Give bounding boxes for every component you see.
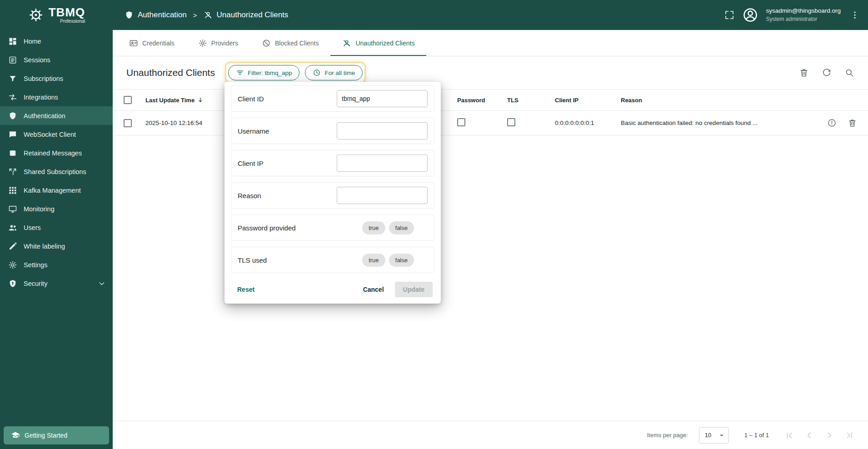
cell-client-ip: 0:0:0:0:0:0:0:1 [555,120,621,126]
search-icon[interactable] [844,68,854,78]
first-page-icon [784,430,794,440]
funnel-icon [8,74,17,83]
clock-icon [313,69,321,77]
select-all-checkbox[interactable] [124,96,132,104]
tab-providers[interactable]: Providers [186,30,250,56]
filter-button[interactable]: Filter: tbmq_app [228,65,300,80]
shield-icon [8,111,17,120]
previous-page-icon [804,430,814,440]
kebab-menu-icon[interactable] [850,10,860,20]
sidebar-item-kafka-management[interactable]: Kafka Management [0,181,113,200]
monitor-icon [8,205,17,214]
integrations-icon [8,93,17,102]
sidebar-item-shared-subscriptions[interactable]: Shared Subscriptions [0,162,113,181]
client-ip-input[interactable] [337,155,428,172]
sidebar-item-subscriptions[interactable]: Subscriptions [0,69,113,88]
sidebar-item-label: WebSocket Client [24,131,76,138]
field-label: Reason [238,192,261,200]
sidebar-item-authentication[interactable]: Authentication [0,106,113,125]
security-icon [8,279,17,288]
sidebar-item-home[interactable]: Home [0,32,113,50]
sidebar-item-users[interactable]: Users [0,218,113,237]
sidebar-item-label: Integrations [24,94,58,101]
topbar-right: sysadmin@thingsboard.org System administ… [724,7,860,23]
time-range-button[interactable]: For all time [305,65,363,80]
items-per-page-select[interactable]: 10 [699,427,729,444]
column-password[interactable]: Password [457,97,507,104]
column-tls[interactable]: TLS [507,97,555,104]
user-role: System administrator [766,15,841,23]
chevron-down-icon [97,279,106,288]
username-input[interactable] [337,122,428,140]
warning-icon[interactable] [827,118,837,128]
tls-checkbox [507,118,515,126]
column-client-ip[interactable]: Client IP [555,97,621,104]
cell-reason: Basic authentication failed: no credenti… [621,120,813,126]
sidebar: TBMQ Professional HomeSessionsSubscripti… [0,0,113,449]
field-label: Client IP [238,160,264,167]
last-page-icon [844,430,854,440]
row-checkbox[interactable] [124,119,132,127]
tls-used-false-toggle[interactable]: false [389,254,414,267]
tab-label: Credentials [142,40,175,47]
sidebar-item-label: Sessions [24,56,50,64]
delete-row-icon[interactable] [848,118,857,128]
tabbar: CredentialsProvidersBlocked ClientsUnaut… [113,30,868,56]
tab-credentials[interactable]: Credentials [117,30,186,56]
tab-label: Blocked Clients [275,40,319,47]
next-page-icon [824,430,834,440]
caret-down-icon [718,431,726,439]
person-off-icon [342,39,351,48]
filter-field-client-id: Client ID [231,85,434,112]
filter-highlight: Filter: tbmq_app For all time [225,62,366,84]
client-id-input[interactable] [337,90,428,107]
sidebar-item-security[interactable]: Security [0,274,113,293]
tls-used-true-toggle[interactable]: true [362,254,385,267]
person-off-icon [204,10,213,20]
sidebar-item-label: Settings [24,261,47,269]
people-icon [8,223,17,232]
sidebar-nav: HomeSessionsSubscriptionsIntegrationsAut… [0,32,113,293]
tab-blocked-clients[interactable]: Blocked Clients [250,30,331,56]
password-checkbox [457,118,465,126]
filter-dialog-fields: Client IDUsernameClient IPReasonPassword… [231,85,434,273]
sidebar-item-sessions[interactable]: Sessions [0,50,113,69]
password-provided-false-toggle[interactable]: false [389,221,414,234]
update-button: Update [395,282,433,297]
delete-all-icon[interactable] [799,68,809,78]
chat-icon [8,130,17,139]
sidebar-item-retained-messages[interactable]: Retained Messages [0,144,113,162]
sidebar-item-label: Home [24,38,41,45]
sidebar-item-monitoring[interactable]: Monitoring [0,200,113,218]
sidebar-item-label: Subscriptions [24,75,63,82]
sidebar-item-websocket-client[interactable]: WebSocket Client [0,125,113,144]
filter-dialog: Client IDUsernameClient IPReasonPassword… [224,82,441,304]
password-provided-true-toggle[interactable]: true [362,221,385,234]
reset-button[interactable]: Reset [233,282,259,297]
paginator: Items per page: 10 1 – 1 of 1 [113,421,868,449]
sidebar-item-white-labeling[interactable]: White labeling [0,237,113,255]
fullscreen-icon[interactable] [724,10,735,20]
apps-icon [8,186,17,195]
brand-name: TBMQ [49,6,85,18]
split-icon [8,167,17,176]
school-icon [11,431,20,440]
gear-icon [8,260,17,269]
sidebar-item-integrations[interactable]: Integrations [0,88,113,106]
getting-started-button[interactable]: Getting Started [4,426,109,444]
sidebar-item-settings[interactable]: Settings [0,255,113,274]
filter-field-reason: Reason [231,182,434,209]
user-info: sysadmin@thingsboard.org System administ… [766,7,841,23]
credentials-icon [129,39,138,48]
field-label: Username [238,127,269,135]
cancel-button[interactable]: Cancel [359,282,389,297]
refresh-icon[interactable] [822,68,832,78]
block-icon [262,39,271,48]
tab-unauthorized-clients[interactable]: Unauthorized Clients [330,30,426,56]
reason-input[interactable] [337,187,428,204]
breadcrumb-authentication[interactable]: Authentication [125,10,187,20]
user-email: sysadmin@thingsboard.org [766,7,841,15]
avatar[interactable] [742,7,758,23]
column-reason[interactable]: Reason [621,97,813,104]
home-icon [8,37,17,46]
